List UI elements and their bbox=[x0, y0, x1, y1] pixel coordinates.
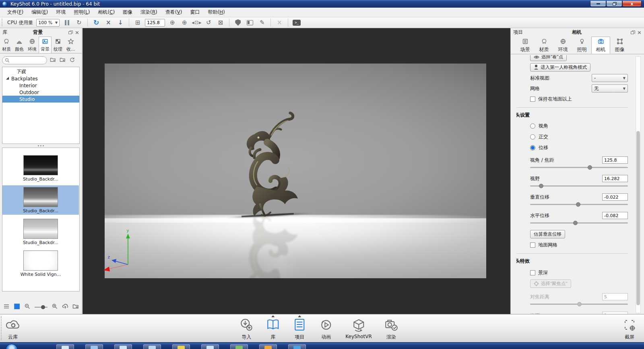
standard-view-select[interactable]: - ▼ bbox=[592, 74, 628, 82]
lock-camera-icon[interactable]: ⊠ bbox=[216, 18, 225, 27]
grid-view-icon[interactable] bbox=[14, 303, 20, 311]
radio-icon[interactable] bbox=[530, 134, 535, 140]
undock-icon[interactable] bbox=[68, 31, 72, 34]
taskbar-app-icon-6[interactable] bbox=[230, 344, 248, 349]
search-input[interactable] bbox=[2, 56, 47, 64]
slider-track[interactable] bbox=[530, 302, 628, 306]
annotate-icon[interactable]: ✎ bbox=[257, 18, 267, 27]
taskbar-app-icon-2[interactable] bbox=[114, 344, 132, 349]
slider-track[interactable] bbox=[530, 221, 628, 225]
lens-mode-0[interactable]: 视角 bbox=[530, 123, 628, 129]
slider-thumb[interactable] bbox=[539, 184, 543, 188]
refresh-icon[interactable] bbox=[69, 57, 75, 64]
ground-grid-row[interactable]: 地面网格 bbox=[530, 242, 628, 248]
slider-thumb[interactable] bbox=[41, 305, 45, 309]
panel-splitter[interactable] bbox=[0, 144, 82, 148]
ribbon-library[interactable]: 库 bbox=[266, 318, 280, 341]
menu-item-7[interactable]: 查看(V) bbox=[161, 8, 186, 17]
zoom-out-icon[interactable] bbox=[24, 303, 31, 311]
taskbar-app-icon-3[interactable] bbox=[143, 344, 161, 349]
library-tab-color[interactable]: 颜色 bbox=[13, 37, 26, 53]
slider-value-input[interactable] bbox=[602, 293, 628, 300]
add-folder-icon[interactable] bbox=[50, 57, 56, 64]
taskbar-app-icon-1[interactable] bbox=[85, 344, 103, 349]
layout-panel-icon[interactable] bbox=[245, 18, 255, 27]
slider-track[interactable] bbox=[530, 202, 628, 207]
close-button[interactable]: x bbox=[622, 1, 642, 7]
ribbon-animation[interactable]: 动画 bbox=[319, 318, 333, 341]
ribbon-cloud-library[interactable]: 云库 bbox=[6, 318, 20, 341]
backplate-thumbnail-2[interactable]: Studio_Backdr... bbox=[2, 217, 79, 246]
menu-item-8[interactable]: 窗口 bbox=[186, 8, 204, 17]
start-orb[interactable] bbox=[6, 344, 18, 349]
tree-item-backplates[interactable]: Backplates bbox=[2, 75, 79, 82]
select-look-at-point-button[interactable]: 选择"看"点 bbox=[530, 55, 567, 61]
menu-item-5[interactable]: 图像 bbox=[119, 8, 136, 17]
slider-track[interactable] bbox=[530, 165, 628, 170]
list-view-icon[interactable] bbox=[3, 303, 10, 311]
zoom-in-icon[interactable] bbox=[52, 303, 58, 311]
scrollbar-thumb[interactable] bbox=[636, 131, 640, 305]
backplate-thumbnail-3[interactable]: White Solid Vign... bbox=[2, 249, 79, 278]
upload-icon[interactable] bbox=[62, 303, 68, 311]
lens-mode-2[interactable]: 位移 bbox=[530, 144, 628, 151]
library-tab-texture[interactable]: 纹理 bbox=[52, 37, 64, 53]
ribbon-keyshotvr[interactable]: KeyShotVR bbox=[345, 318, 372, 339]
tree-item-interior[interactable]: Interior bbox=[2, 82, 79, 89]
library-tab-favorites[interactable]: 收... bbox=[64, 37, 77, 53]
taskbar-app-icon-4[interactable] bbox=[172, 344, 190, 349]
grid-select[interactable]: 无 ▼ bbox=[592, 84, 628, 92]
duplicate-camera-icon[interactable]: ⊕ bbox=[180, 18, 189, 27]
library-tab-material[interactable]: 材质 bbox=[0, 37, 13, 53]
taskbar-app-icon-7[interactable] bbox=[259, 344, 277, 349]
pause-icon[interactable] bbox=[62, 18, 72, 27]
estimate-vertical-shift-button[interactable]: 估算垂直位移 bbox=[530, 230, 565, 238]
undock-icon[interactable] bbox=[631, 31, 635, 34]
lens-settings-header[interactable]: 镜头设置 bbox=[516, 112, 628, 119]
menu-item-2[interactable]: 环境 bbox=[52, 8, 70, 17]
project-tab-scene[interactable]: 场景 bbox=[516, 37, 535, 54]
menu-item-0[interactable]: 文件(F) bbox=[3, 8, 27, 17]
wireframe-icon[interactable]: × bbox=[275, 18, 284, 27]
backplate-thumbnail-1[interactable]: Studio_Backdr... bbox=[2, 185, 79, 215]
expand-icon[interactable] bbox=[6, 77, 9, 80]
restore-button[interactable] bbox=[606, 1, 622, 7]
library-panel-header[interactable]: 库 背景 × bbox=[0, 28, 82, 37]
project-tab-camera[interactable]: 相机 bbox=[591, 37, 610, 54]
ground-grid-checkbox[interactable] bbox=[530, 242, 535, 248]
slider-thumb[interactable] bbox=[573, 221, 578, 225]
taskbar-app-icon-5[interactable] bbox=[201, 344, 219, 349]
ribbon-import[interactable]: 导入 bbox=[239, 318, 254, 341]
taskbar-app-icon-0[interactable] bbox=[56, 344, 74, 349]
shield-icon[interactable] bbox=[233, 18, 243, 27]
project-tab-environment[interactable]: 环境 bbox=[553, 37, 572, 54]
ribbon-grip[interactable] bbox=[1, 316, 2, 340]
tree-item-[interactable]: 下载 bbox=[2, 68, 79, 75]
menu-item-6[interactable]: 渲染(R) bbox=[136, 8, 161, 17]
pan-down-icon[interactable]: ↓ bbox=[116, 18, 125, 27]
project-tab-material[interactable]: 材质 bbox=[535, 37, 553, 54]
menu-item-4[interactable]: 相机(C) bbox=[94, 8, 119, 17]
keep-above-ground-row[interactable]: 保持在地面以上 bbox=[530, 96, 628, 103]
project-tab-lighting[interactable]: 照明 bbox=[572, 37, 591, 54]
camera-cycle-control[interactable]: ◂⊡▸ bbox=[192, 18, 201, 27]
slider-value-input[interactable] bbox=[602, 212, 628, 219]
thumb-size-slider[interactable] bbox=[35, 307, 47, 308]
library-tab-environment[interactable]: 环境 bbox=[26, 37, 39, 53]
toolbar-grip[interactable] bbox=[2, 19, 3, 26]
title-bar[interactable]: KeyShot 6.0 Pro - untitled.bip - 64 bit … bbox=[0, 0, 644, 8]
menu-item-9[interactable]: 帮助(H) bbox=[204, 8, 229, 17]
backplate-thumbnail-0[interactable]: Studio_Backdr... bbox=[2, 154, 79, 183]
ribbon-screenshot[interactable]: 截屏 bbox=[622, 318, 637, 341]
tree-item-studio[interactable]: Studio bbox=[2, 96, 79, 103]
windows-taskbar[interactable] bbox=[0, 342, 644, 349]
cpu-usage-select[interactable]: 100 % ▼ bbox=[36, 19, 60, 27]
slider-thumb[interactable] bbox=[588, 165, 592, 170]
select-focus-point-button[interactable]: 选择"聚焦点" bbox=[530, 279, 571, 288]
slider-thumb[interactable] bbox=[577, 302, 582, 306]
close-panel-icon[interactable]: × bbox=[637, 31, 642, 35]
menu-item-1[interactable]: 编辑(E) bbox=[27, 8, 52, 17]
ribbon-project[interactable]: 项目 bbox=[292, 318, 307, 341]
library-tab-backplate[interactable]: 背景 bbox=[39, 37, 52, 53]
slider-track[interactable] bbox=[530, 184, 628, 188]
